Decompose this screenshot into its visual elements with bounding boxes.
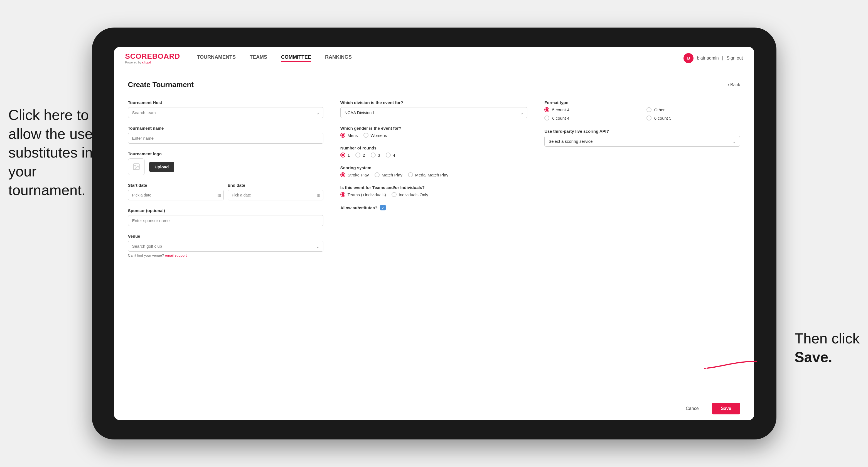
gender-mens-label: Mens <box>348 133 358 138</box>
rounds-1-radio[interactable] <box>340 153 345 158</box>
form-col-2: Which division is the event for? NCAA Di… <box>332 100 536 265</box>
rounds-3-radio[interactable] <box>371 153 376 158</box>
format-6count4-label: 6 count 4 <box>552 116 569 121</box>
nav-user: B blair admin | Sign out <box>683 53 743 63</box>
gender-mens[interactable]: Mens <box>340 133 358 138</box>
scoring-medal-radio[interactable] <box>408 172 413 177</box>
scoring-stroke-radio[interactable] <box>340 172 345 177</box>
form-col-1: Tournament Host Tournament name Tourname… <box>128 100 332 265</box>
tournament-name-input[interactable] <box>128 133 323 144</box>
event-individuals[interactable]: Individuals Only <box>392 192 428 197</box>
scoring-api-select[interactable]: Select a scoring service <box>544 136 740 147</box>
format-6count5[interactable]: 6 count 5 <box>647 116 740 121</box>
substitutes-item[interactable]: Allow substitutes? ✓ <box>340 205 527 210</box>
gender-womens[interactable]: Womens <box>364 133 387 138</box>
end-date-group: End date ▦ <box>228 183 323 200</box>
user-name: blair admin <box>697 56 718 61</box>
page-header: Create Tournament ‹ Back <box>128 81 740 89</box>
end-date-label: End date <box>228 183 323 188</box>
tournament-host-group: Tournament Host <box>128 100 323 118</box>
venue-help: Can't find your venue? email support <box>128 253 323 257</box>
gender-group: Which gender is the event for? Mens Wome… <box>340 126 527 138</box>
scoring-match-radio[interactable] <box>375 172 380 177</box>
svg-point-2 <box>135 165 136 166</box>
start-date-group: Start date ▦ <box>128 183 224 200</box>
nav-committee[interactable]: COMMITTEE <box>281 54 311 62</box>
format-other-radio[interactable] <box>647 107 651 112</box>
rounds-label: Number of rounds <box>340 146 527 150</box>
tournament-host-input[interactable] <box>128 107 323 118</box>
upload-button[interactable]: Upload <box>149 162 175 172</box>
event-type-group: Is this event for Teams and/or Individua… <box>340 185 527 197</box>
logo-upload-area: Upload <box>128 158 323 175</box>
event-individuals-radio[interactable] <box>392 192 397 197</box>
format-other-label: Other <box>654 107 665 112</box>
tournament-name-label: Tournament name <box>128 126 323 130</box>
nav-teams[interactable]: TEAMS <box>250 54 267 62</box>
page-title: Create Tournament <box>128 81 194 89</box>
scoring-medal[interactable]: Medal Match Play <box>408 172 448 177</box>
rounds-4-label: 4 <box>393 153 395 158</box>
event-type-label: Is this event for Teams and/or Individua… <box>340 185 527 190</box>
event-teams[interactable]: Teams (+Individuals) <box>340 192 386 197</box>
end-date-input[interactable] <box>228 190 323 200</box>
format-6count5-radio[interactable] <box>647 116 651 121</box>
format-type-label: Format type <box>544 100 740 105</box>
tournament-host-label: Tournament Host <box>128 100 323 105</box>
substitutes-checkbox[interactable]: ✓ <box>380 205 386 210</box>
nav-divider: | <box>722 56 723 61</box>
back-link[interactable]: ‹ Back <box>727 82 740 87</box>
rounds-1[interactable]: 1 <box>340 153 350 158</box>
format-type-group: Format type 5 count 4 Other <box>544 100 740 121</box>
rounds-2[interactable]: 2 <box>355 153 365 158</box>
tablet-shell: SCOREBOARD Powered by clippd TOURNAMENTS… <box>92 28 776 439</box>
scoring-stroke[interactable]: Stroke Play <box>340 172 369 177</box>
event-individuals-label: Individuals Only <box>399 192 428 197</box>
start-date-input[interactable] <box>128 190 224 200</box>
rounds-3-label: 3 <box>378 153 380 158</box>
sponsor-label: Sponsor (optional) <box>128 208 323 213</box>
save-button[interactable]: Save <box>712 403 740 414</box>
format-5count4[interactable]: 5 count 4 <box>544 107 638 112</box>
rounds-2-radio[interactable] <box>355 153 361 158</box>
format-other[interactable]: Other <box>647 107 740 112</box>
venue-input[interactable] <box>128 241 323 252</box>
nav-tournaments[interactable]: TOURNAMENTS <box>197 54 236 62</box>
annotation-right-text: Then clickSave. <box>795 329 860 367</box>
division-label: Which division is the event for? <box>340 100 527 105</box>
format-5count4-radio[interactable] <box>544 107 549 112</box>
cancel-button[interactable]: Cancel <box>678 403 707 414</box>
scoring-label: Scoring system <box>340 165 527 170</box>
scoring-match[interactable]: Match Play <box>375 172 402 177</box>
gender-label: Which gender is the event for? <box>340 126 527 130</box>
page-content: Create Tournament ‹ Back Tournament Host… <box>114 69 754 397</box>
scoring-match-label: Match Play <box>382 173 402 177</box>
scoring-group: Scoring system Stroke Play Match Play <box>340 165 527 177</box>
division-select[interactable]: NCAA Division I <box>340 107 527 118</box>
substitutes-label: Allow substitutes? <box>340 206 377 210</box>
logo-powered: Powered by clippd <box>125 61 180 64</box>
form-footer: Cancel Save <box>114 397 754 420</box>
email-support-link[interactable]: email support <box>165 253 187 257</box>
format-6count4[interactable]: 6 count 4 <box>544 116 638 121</box>
event-teams-radio[interactable] <box>340 192 345 197</box>
rounds-4-radio[interactable] <box>386 153 391 158</box>
gender-mens-radio[interactable] <box>340 133 345 138</box>
avatar: B <box>683 53 693 63</box>
sign-out-link[interactable]: Sign out <box>726 56 743 61</box>
venue-group: Venue Can't find your venue? email suppo… <box>128 234 323 257</box>
gender-womens-radio[interactable] <box>364 133 368 138</box>
substitutes-group: Allow substitutes? ✓ <box>340 205 527 210</box>
sponsor-input[interactable] <box>128 215 323 226</box>
nav-links: TOURNAMENTS TEAMS COMMITTEE RANKINGS <box>197 54 683 62</box>
logo-placeholder <box>128 158 145 175</box>
format-6count4-radio[interactable] <box>544 116 549 121</box>
rounds-3[interactable]: 3 <box>371 153 380 158</box>
nav-rankings[interactable]: RANKINGS <box>325 54 352 62</box>
scoring-api-group: Use third-party live scoring API? Select… <box>544 129 740 147</box>
form-col-3: Format type 5 count 4 Other <box>536 100 740 265</box>
logo-scoreboard: SCOREBOARD <box>125 52 180 61</box>
rounds-4[interactable]: 4 <box>386 153 395 158</box>
division-group: Which division is the event for? NCAA Di… <box>340 100 527 118</box>
tournament-name-group: Tournament name <box>128 126 323 144</box>
